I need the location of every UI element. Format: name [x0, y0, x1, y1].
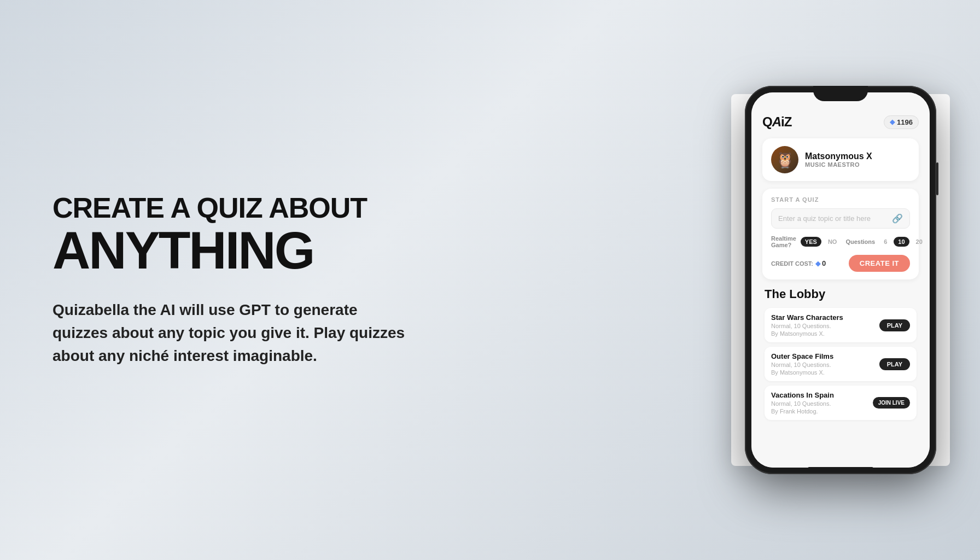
tagline-top: CREATE A QUIZ ABOUT	[52, 192, 438, 224]
role: MUSIC MAESTRO	[805, 161, 872, 168]
description: Quizabella the AI will use GPT to genera…	[52, 299, 413, 368]
realtime-label: Realtime Game?	[771, 235, 796, 248]
lobby-item-2-info: Outer Space Films Normal, 10 Questions. …	[771, 352, 833, 376]
quiz-input-row[interactable]: Enter a quiz topic or title here 🔗	[771, 208, 910, 229]
q-6-button[interactable]: 6	[879, 237, 891, 247]
credit-number: 0	[822, 259, 826, 267]
username: Matsonymous X	[805, 151, 872, 161]
app-header: QAiZ ◆ 1196	[762, 114, 919, 130]
lobby-item-1-play-button[interactable]: PLAY	[879, 319, 910, 331]
logo-iz: iZ	[781, 114, 791, 129]
lobby-item-2: Outer Space Films Normal, 10 Questions. …	[765, 347, 917, 381]
lobby-item-1: Star Wars Characters Normal, 10 Question…	[765, 308, 917, 342]
lobby-item-2-meta2: By Matsonymous X.	[771, 369, 833, 376]
create-it-button[interactable]: CREATE IT	[849, 255, 910, 272]
phone-notch	[813, 86, 868, 101]
q-20-button[interactable]: 20	[912, 237, 927, 247]
lobby-item-3-title: Vacations In Spain	[771, 391, 834, 399]
credit-diamond-icon: ◆	[815, 260, 820, 267]
lobby-item-1-meta1: Normal, 10 Questions.	[771, 323, 843, 329]
lobby-item-1-meta2: By Matsonymous X.	[771, 330, 843, 337]
profile-info: Matsonymous X MUSIC MAESTRO	[805, 151, 872, 168]
lobby-item-2-title: Outer Space Films	[771, 352, 833, 360]
phone-shell: QAiZ ◆ 1196 🦉 Matsonymous X MUSIC MAESTR…	[745, 86, 936, 474]
lobby-item-2-play-button[interactable]: PLAY	[879, 358, 910, 370]
phone-container: QAiZ ◆ 1196 🦉 Matsonymous X MUSIC MAESTR…	[745, 86, 936, 474]
realtime-yes-button[interactable]: YES	[801, 237, 821, 247]
diamond-icon: ◆	[890, 118, 895, 126]
question-count-group: 6 10 20	[879, 237, 927, 247]
phone-screen: QAiZ ◆ 1196 🦉 Matsonymous X MUSIC MAESTR…	[751, 92, 930, 468]
avatar: 🦉	[771, 146, 798, 173]
avatar-emoji: 🦉	[775, 151, 795, 169]
link-icon: 🔗	[892, 213, 903, 224]
questions-label: Questions	[845, 238, 875, 245]
create-row: CREDIT COST: ◆ 0 CREATE IT	[771, 255, 910, 272]
lobby-title: The Lobby	[765, 287, 917, 301]
credit-cost: CREDIT COST: ◆ 0	[771, 259, 826, 267]
options-row: Realtime Game? YES NO Questions 6 10 20	[771, 235, 910, 248]
credits-value: 1196	[897, 118, 913, 126]
lobby-item-1-title: Star Wars Characters	[771, 313, 843, 322]
lobby-item-3: Vacations In Spain Normal, 10 Questions.…	[765, 386, 917, 420]
credit-cost-label: CREDIT COST:	[771, 260, 813, 267]
lobby-item-3-info: Vacations In Spain Normal, 10 Questions.…	[771, 391, 834, 415]
realtime-toggle-group: YES NO	[801, 237, 842, 247]
lobby-item-3-meta1: Normal, 10 Questions.	[771, 400, 834, 407]
lobby-item-1-info: Star Wars Characters Normal, 10 Question…	[771, 313, 843, 337]
left-content: CREATE A QUIZ ABOUT ANYTHING Quizabella …	[0, 192, 438, 367]
profile-card: 🦉 Matsonymous X MUSIC MAESTRO	[762, 138, 919, 181]
tagline-main: ANYTHING	[52, 224, 438, 277]
credit-value: ◆ 0	[815, 259, 826, 267]
credits-badge: ◆ 1196	[884, 115, 919, 129]
quiz-input-placeholder: Enter a quiz topic or title here	[778, 214, 888, 223]
phone-home-indicator	[808, 467, 873, 470]
phone-side-button	[936, 162, 938, 195]
quiz-section: START A QUIZ Enter a quiz topic or title…	[762, 189, 919, 279]
app-content: QAiZ ◆ 1196 🦉 Matsonymous X MUSIC MAESTR…	[751, 92, 930, 468]
lobby-item-3-meta2: By Frank Hotdog.	[771, 408, 834, 415]
q-10-button[interactable]: 10	[894, 237, 909, 247]
app-logo: QAiZ	[762, 114, 791, 130]
start-quiz-title: START A QUIZ	[771, 196, 910, 203]
lobby-item-3-join-button[interactable]: JOIN LIVE	[873, 397, 910, 409]
realtime-no-button[interactable]: NO	[824, 237, 842, 247]
lobby-item-2-meta1: Normal, 10 Questions.	[771, 361, 833, 368]
lobby-section: The Lobby Star Wars Characters Normal, 1…	[762, 287, 919, 420]
logo-q: Q	[762, 114, 772, 129]
logo-a: A	[772, 114, 781, 129]
